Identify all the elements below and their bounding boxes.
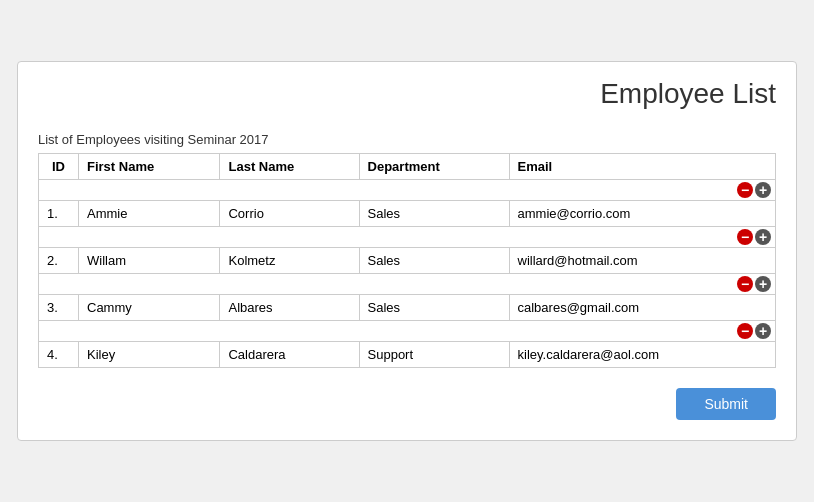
control-cell: − +	[39, 321, 776, 342]
row-controls: − +	[737, 182, 771, 198]
cell-email: calbares@gmail.com	[509, 295, 776, 321]
cell-first-name: Willam	[79, 248, 220, 274]
control-row: − +	[39, 274, 776, 295]
table-row: 3. Cammy Albares Sales calbares@gmail.co…	[39, 295, 776, 321]
cell-email: willard@hotmail.com	[509, 248, 776, 274]
table-row: 4. Kiley Caldarera Support kiley.caldare…	[39, 342, 776, 368]
row-controls: − +	[737, 229, 771, 245]
control-cell: − +	[39, 274, 776, 295]
table-header-row: ID First Name Last Name Department Email	[39, 154, 776, 180]
control-row: − +	[39, 227, 776, 248]
col-department: Department	[359, 154, 509, 180]
control-cell: − +	[39, 180, 776, 201]
cell-department: Sales	[359, 201, 509, 227]
cell-id: 3.	[39, 295, 79, 321]
cell-last-name: Kolmetz	[220, 248, 359, 274]
cell-last-name: Corrio	[220, 201, 359, 227]
page-title: Employee List	[38, 78, 776, 118]
cell-email: ammie@corrio.com	[509, 201, 776, 227]
cell-department: Sales	[359, 295, 509, 321]
table-row: 2. Willam Kolmetz Sales willard@hotmail.…	[39, 248, 776, 274]
control-row: − +	[39, 180, 776, 201]
control-cell: − +	[39, 227, 776, 248]
add-row-button[interactable]: +	[755, 276, 771, 292]
cell-first-name: Kiley	[79, 342, 220, 368]
col-id: ID	[39, 154, 79, 180]
cell-id: 4.	[39, 342, 79, 368]
cell-id: 2.	[39, 248, 79, 274]
cell-email: kiley.caldarera@aol.com	[509, 342, 776, 368]
cell-first-name: Cammy	[79, 295, 220, 321]
table-subtitle: List of Employees visiting Seminar 2017	[38, 132, 776, 147]
main-container: Employee List List of Employees visiting…	[17, 61, 797, 441]
cell-department: Sales	[359, 248, 509, 274]
add-row-button[interactable]: +	[755, 323, 771, 339]
control-row: − +	[39, 321, 776, 342]
submit-row: Submit	[38, 388, 776, 420]
row-controls: − +	[737, 323, 771, 339]
cell-first-name: Ammie	[79, 201, 220, 227]
add-row-button[interactable]: +	[755, 229, 771, 245]
remove-row-button[interactable]: −	[737, 182, 753, 198]
remove-row-button[interactable]: −	[737, 276, 753, 292]
col-email: Email	[509, 154, 776, 180]
cell-id: 1.	[39, 201, 79, 227]
cell-department: Support	[359, 342, 509, 368]
col-last-name: Last Name	[220, 154, 359, 180]
col-first-name: First Name	[79, 154, 220, 180]
remove-row-button[interactable]: −	[737, 323, 753, 339]
row-controls: − +	[737, 276, 771, 292]
remove-row-button[interactable]: −	[737, 229, 753, 245]
table-row: 1. Ammie Corrio Sales ammie@corrio.com	[39, 201, 776, 227]
add-row-button[interactable]: +	[755, 182, 771, 198]
employee-table: ID First Name Last Name Department Email…	[38, 153, 776, 368]
cell-last-name: Caldarera	[220, 342, 359, 368]
submit-button[interactable]: Submit	[676, 388, 776, 420]
cell-last-name: Albares	[220, 295, 359, 321]
